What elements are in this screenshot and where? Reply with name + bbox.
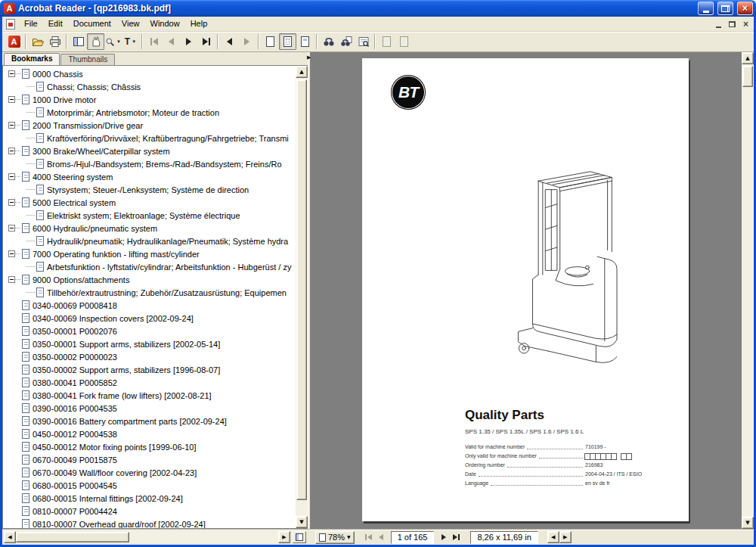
bookmark-item[interactable]: 0000 Chassis [3, 67, 296, 80]
bookmark-item[interactable]: 3000 Brake/Wheel/Caterpillar system [3, 145, 296, 157]
scroll-up-button[interactable]: ▲ [742, 52, 754, 64]
bookmark-item[interactable]: Broms-/Hjul-/Bandsystem; Brems-/Rad-/Ban… [3, 157, 296, 170]
bookmark-item[interactable]: Chassi; Chassis; Châssis [3, 80, 296, 93]
menu-view[interactable]: View [116, 17, 145, 30]
bookmark-item[interactable]: 0350-00001 P0002076 [3, 325, 296, 337]
bookmark-item[interactable]: 1000 Drive motor [3, 93, 296, 106]
bookmark-item[interactable]: 0390-00016 Battery compartment parts [20… [3, 415, 296, 427]
collapse-icon[interactable] [8, 199, 15, 206]
bookmark-item[interactable]: Styrsystem; Steuer-/Lenksystem; Système … [3, 183, 296, 196]
actual-size-button[interactable] [262, 33, 279, 50]
search-results-button[interactable] [355, 33, 372, 50]
menu-help[interactable]: Help [185, 17, 213, 30]
document-vertical-scrollbar[interactable]: ▲ ▼ [742, 52, 754, 529]
find-button[interactable] [320, 33, 337, 50]
restore-button[interactable] [717, 2, 733, 15]
bookmark-item[interactable]: 0670-00049 P0015875 [3, 453, 296, 466]
bookmark-item[interactable]: 0340-00069 Inspection covers [2002-09-24… [3, 312, 296, 325]
bookmark-item[interactable]: 0380-00041 P0005852 [3, 376, 296, 389]
pdf-page[interactable]: BT [362, 58, 689, 521]
document-horizontal-scrollbar[interactable]: ◀ ▶ [547, 531, 754, 543]
bookmark-item[interactable]: 0350-00001 Support arms, stabilizers [20… [3, 337, 296, 350]
bookmark-item[interactable]: Kraftöverföring/Drivväxel; Kraftübertrag… [3, 132, 296, 145]
scrollbar-thumb[interactable] [742, 66, 753, 87]
bookmark-item[interactable]: 7000 Operating funktion - lifting mast/c… [3, 247, 296, 260]
bookmark-item[interactable]: 0390-00016 P0004535 [3, 402, 296, 415]
child-close-button[interactable]: × [739, 18, 752, 30]
bookmark-item[interactable]: 0670-00049 Wall/floor covering [2002-04-… [3, 466, 296, 479]
acrobat-logo-button[interactable]: A [5, 33, 23, 50]
previous-highlight-button[interactable] [378, 33, 395, 50]
bookmark-item[interactable]: Elektriskt system; Elektroanlage; Systèm… [3, 209, 296, 222]
hand-tool-button[interactable] [87, 33, 104, 50]
bookmark-item[interactable]: 0350-00002 P0000023 [3, 350, 296, 363]
menu-file[interactable]: File [19, 17, 43, 30]
first-page-button[interactable] [145, 33, 163, 50]
bookmark-item[interactable]: 0340-00069 P0008418 [3, 299, 296, 312]
bookmark-item[interactable]: 6000 Hydraulic/pneumatic system [3, 222, 296, 235]
bookmarks-horizontal-scrollbar[interactable]: ◀ ▶ [4, 531, 290, 543]
scroll-up-button[interactable]: ▲ [296, 66, 308, 78]
bookmark-item[interactable]: 0350-00002 Support arms, stabilizers [19… [3, 363, 296, 376]
collapse-icon[interactable] [8, 96, 15, 103]
scroll-down-button[interactable]: ▼ [742, 517, 754, 529]
scroll-left-button[interactable]: ◀ [547, 531, 559, 543]
text-select-button[interactable]: T ▼ [122, 33, 139, 50]
close-button[interactable]: × [737, 2, 753, 15]
bookmark-item[interactable]: 0680-00015 Internal fittings [2002-09-24… [3, 492, 296, 505]
bookmark-item[interactable]: 4000 Steering system [3, 170, 296, 183]
bookmark-item[interactable]: 0810-00007 P0004424 [3, 505, 296, 517]
zoom-dropdown-arrow[interactable]: ▼ [347, 535, 351, 539]
fit-in-window-button[interactable] [279, 33, 296, 50]
show-hide-nav-pane-button[interactable] [70, 33, 87, 50]
bookmark-item[interactable]: 2000 Transmission/Drive gear [3, 119, 296, 132]
previous-view-button[interactable] [221, 33, 238, 50]
collapse-icon[interactable] [8, 276, 15, 283]
titlebar[interactable]: A Acrobat Reader - [qp216983.bk.pdf] × [0, 0, 756, 17]
scrollbar-track[interactable] [742, 64, 754, 517]
document-canvas[interactable]: BT [311, 52, 742, 529]
scrollbar-thumb[interactable] [16, 532, 129, 542]
bookmark-item[interactable]: Tillbehör/extrautrustning; Zubehör/Zusat… [3, 286, 296, 299]
child-restore-button[interactable] [726, 18, 739, 30]
open-button[interactable] [29, 33, 46, 50]
search-button[interactable] [337, 33, 355, 50]
scroll-right-button[interactable]: ▶ [559, 531, 572, 543]
print-button[interactable] [46, 33, 64, 50]
collapse-icon[interactable] [8, 250, 15, 257]
navigation-pane-menu-button[interactable] [293, 531, 306, 543]
menu-window[interactable]: Window [145, 17, 185, 30]
next-page-status-button[interactable] [437, 531, 450, 543]
menu-edit[interactable]: Edit [43, 17, 68, 30]
collapse-icon[interactable] [8, 122, 15, 129]
next-highlight-button[interactable] [395, 33, 413, 50]
scrollbar-track[interactable] [572, 531, 742, 543]
previous-page-status-button[interactable] [375, 531, 388, 543]
scrollbar-track[interactable] [16, 531, 278, 543]
minimize-button[interactable] [698, 2, 714, 15]
fit-width-button[interactable] [296, 33, 314, 50]
scroll-down-button[interactable]: ▼ [296, 516, 308, 528]
previous-page-button[interactable] [163, 33, 180, 50]
next-view-button[interactable] [238, 33, 256, 50]
menu-document[interactable]: Document [68, 17, 116, 30]
zoom-tool-dropdown-arrow[interactable]: ▼ [116, 39, 121, 44]
last-page-status-button[interactable] [450, 531, 463, 543]
zoom-control[interactable]: 78% ▼ [315, 531, 355, 544]
collapse-icon[interactable] [8, 225, 15, 232]
scrollbar-thumb[interactable] [296, 79, 307, 500]
bookmark-item[interactable]: 0450-00012 Motor fixing points [1999-06-… [3, 440, 296, 453]
collapse-icon[interactable] [8, 70, 15, 77]
bookmark-item[interactable]: 9000 Options/attachments [3, 273, 296, 286]
bookmarks-vertical-scrollbar[interactable]: ▲ ▼ [296, 66, 308, 528]
child-minimize-button[interactable] [712, 18, 725, 30]
tab-bookmarks[interactable]: Bookmarks [4, 53, 60, 65]
tab-thumbnails[interactable]: Thumbnails [60, 54, 115, 65]
bookmark-item[interactable]: Hydraulik/pneumatik; Hydraulikanlage/Pne… [3, 235, 296, 247]
zoom-tool-button[interactable]: ▼ [104, 33, 122, 50]
bookmark-item[interactable]: Motorprimär; Antriebsmotor; Moteur de tr… [3, 106, 296, 119]
collapse-icon[interactable] [8, 148, 15, 154]
bookmark-item[interactable]: 0810-00007 Overhead guard/roof [2002-09-… [3, 517, 296, 528]
page-indicator[interactable]: 1 of 165 [391, 531, 435, 544]
pdf-document-icon[interactable] [6, 19, 15, 30]
